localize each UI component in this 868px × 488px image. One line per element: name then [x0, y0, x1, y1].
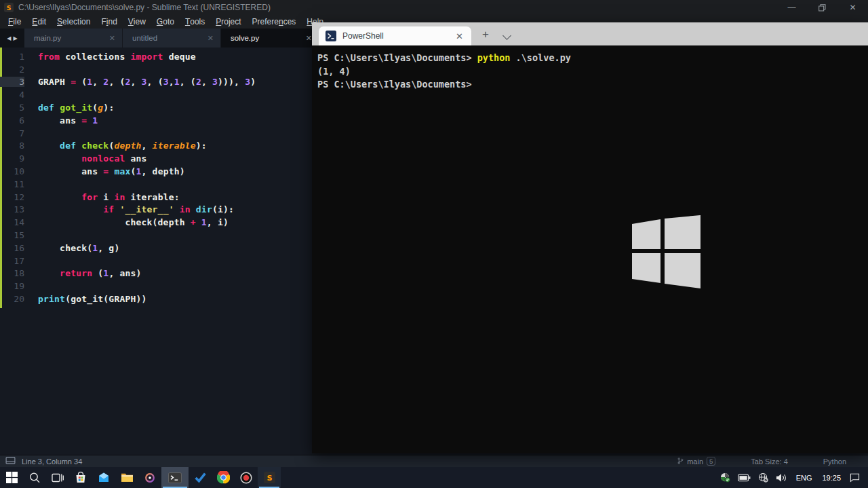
- restore-button[interactable]: [807, 0, 837, 15]
- line-number: 18: [0, 268, 24, 278]
- line-number: 16: [0, 243, 24, 253]
- explorer-button[interactable]: [115, 467, 138, 488]
- check-app-icon: [194, 471, 207, 484]
- menu-project[interactable]: Project: [210, 15, 246, 29]
- store-icon: [75, 472, 87, 484]
- menu-goto[interactable]: Goto: [151, 15, 180, 29]
- close-tab-icon[interactable]: ✕: [306, 34, 312, 43]
- terminal-line: PS C:\Users\Ilyas\Documents> python .\so…: [317, 52, 868, 65]
- line-number: 9: [0, 153, 24, 164]
- line-number: 6: [0, 115, 24, 126]
- git-branch-icon: [677, 457, 684, 466]
- language-indicator[interactable]: ENG: [793, 474, 815, 482]
- git-branch-status[interactable]: main 5: [677, 457, 715, 466]
- line-number: 4: [0, 90, 24, 100]
- terminal-tab-powershell[interactable]: PowerShell ✕: [319, 26, 471, 45]
- line-number: 11: [0, 179, 24, 189]
- terminal-line: PS C:\Users\Ilyas\Documents>: [317, 78, 868, 92]
- close-button[interactable]: ✕: [837, 0, 868, 15]
- svg-text:S: S: [7, 4, 12, 12]
- chrome-button[interactable]: [212, 467, 235, 488]
- taskview-icon: [52, 472, 64, 484]
- mail-button[interactable]: [92, 467, 115, 488]
- check-app-button[interactable]: [189, 467, 212, 488]
- sublime-icon: S: [264, 472, 275, 483]
- menu-tools[interactable]: Tools: [180, 15, 210, 29]
- battery-icon[interactable]: [736, 474, 752, 482]
- store-button[interactable]: [69, 467, 92, 488]
- globe-offline-icon[interactable]: [757, 472, 770, 483]
- close-tab-icon[interactable]: ✕: [208, 34, 214, 43]
- window-title: C:\Users\Ilyas\Documents\solve.py - Subl…: [18, 3, 271, 12]
- tab-scroll-arrows[interactable]: ◀ ▶: [0, 29, 24, 48]
- git-change-count: 5: [707, 457, 715, 466]
- record-app-icon: [240, 472, 252, 484]
- taskbar: S ENG 19:25: [0, 467, 868, 488]
- menu-preferences[interactable]: Preferences: [247, 15, 302, 29]
- ring-app-button[interactable]: [138, 467, 161, 488]
- line-number: 12: [0, 192, 24, 202]
- tab-size-indicator[interactable]: Tab Size: 4: [751, 457, 787, 466]
- line-number: 19: [0, 281, 24, 291]
- terminal-line: (1, 4): [317, 65, 868, 79]
- line-number: 15: [0, 230, 24, 240]
- line-number: 1: [0, 52, 24, 62]
- sublime-button[interactable]: S: [258, 467, 281, 488]
- record-app-button[interactable]: [235, 467, 258, 488]
- minimize-button[interactable]: —: [776, 0, 807, 15]
- line-number: 10: [0, 166, 24, 176]
- speaker-icon[interactable]: [774, 473, 789, 483]
- start-icon: [6, 472, 18, 483]
- mail-icon: [98, 472, 110, 484]
- syntax-indicator[interactable]: Python: [823, 457, 846, 466]
- terminal-window: PowerShell ✕ + PS C:\Users\Ilyas\Documen…: [312, 22, 868, 453]
- taskview-button[interactable]: [46, 467, 69, 488]
- git-branch-name: main: [687, 457, 703, 466]
- security-icon[interactable]: [719, 472, 732, 483]
- menu-file[interactable]: File: [3, 15, 26, 29]
- search-icon: [28, 472, 41, 484]
- menu-edit[interactable]: Edit: [26, 15, 52, 29]
- search-button[interactable]: [23, 467, 46, 488]
- terminal-tabbar[interactable]: PowerShell ✕ +: [312, 22, 868, 45]
- tab-scroll-left-icon[interactable]: ◀: [7, 35, 11, 41]
- menu-selection[interactable]: Selection: [52, 15, 96, 29]
- tab-scroll-right-icon[interactable]: ▶: [14, 35, 18, 41]
- editor-tab-untitled[interactable]: untitled✕: [123, 29, 221, 48]
- powershell-icon: [326, 31, 336, 41]
- tab-dropdown-icon[interactable]: [502, 31, 511, 40]
- panel-toggle-icon[interactable]: [5, 457, 16, 466]
- clock[interactable]: 19:25: [819, 474, 844, 482]
- menu-view[interactable]: View: [123, 15, 151, 29]
- line-number: 5: [0, 102, 24, 113]
- chrome-icon: [217, 471, 230, 484]
- line-number: 3: [0, 77, 24, 87]
- sublime-titlebar[interactable]: S C:\Users\Ilyas\Documents\solve.py - Su…: [0, 0, 868, 15]
- close-tab-icon[interactable]: ✕: [109, 34, 115, 43]
- desktop: S C:\Users\Ilyas\Documents\solve.py - Su…: [0, 0, 868, 488]
- ring-app-icon: [144, 472, 156, 484]
- action-center-icon[interactable]: [848, 472, 861, 483]
- svg-text:S: S: [267, 473, 272, 483]
- terminal-content[interactable]: PS C:\Users\Ilyas\Documents> python .\so…: [312, 45, 868, 453]
- terminal-tab-close-icon[interactable]: ✕: [453, 31, 466, 41]
- menu-find[interactable]: Find: [96, 15, 122, 29]
- line-number: 17: [0, 256, 24, 266]
- editor-tab-main-py[interactable]: main.py✕: [24, 29, 123, 48]
- line-number: 8: [0, 140, 24, 151]
- terminal-tab-title: PowerShell: [342, 31, 453, 41]
- start-button[interactable]: [0, 467, 23, 488]
- explorer-icon: [121, 471, 134, 484]
- terminal-icon: [168, 472, 182, 484]
- cursor-position: Line 3, Column 34: [22, 457, 82, 466]
- editor-tab-solve-py[interactable]: solve.py✕: [221, 29, 319, 48]
- line-number: 7: [0, 128, 24, 138]
- line-number: 13: [0, 204, 24, 214]
- line-number: 20: [0, 294, 24, 304]
- editor-tab-label: main.py: [34, 34, 109, 42]
- new-tab-button[interactable]: +: [482, 28, 489, 41]
- editor-tab-label: untitled: [132, 34, 208, 42]
- sublime-logo-icon: S: [4, 3, 14, 12]
- terminal-button[interactable]: [161, 467, 189, 488]
- editor-tab-label: solve.py: [231, 34, 306, 42]
